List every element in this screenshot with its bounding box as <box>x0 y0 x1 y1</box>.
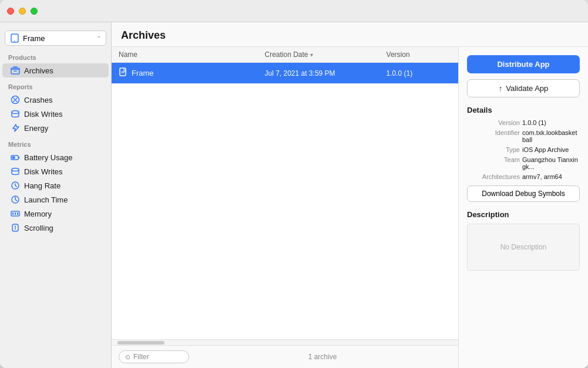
svg-point-1 <box>14 40 15 42</box>
filter-icon: ⊙ <box>125 353 130 361</box>
sidebar-item-label-hang-rate: Hang Rate <box>24 181 61 190</box>
sidebar-item-disk-writes-reports[interactable]: Disk Writes <box>2 107 109 121</box>
sidebar-item-label-crashes: Crashes <box>24 96 52 104</box>
energy-icon <box>11 123 20 133</box>
description-box: No Description <box>467 224 580 271</box>
svg-rect-13 <box>17 212 18 215</box>
sidebar: Frame ⌃ Products Archives <box>0 22 112 368</box>
file-list-header: Name Creation Date ▾ Version <box>112 47 458 63</box>
details-section: Details Version 1.0.0 (1) Identifier com… <box>467 106 580 202</box>
scroll-thumb[interactable] <box>117 341 164 345</box>
sidebar-item-label-energy: Energy <box>24 124 48 133</box>
details-panel: Distribute App ↑ Validate App <box>459 47 588 368</box>
details-row-type: Type iOS App Archive <box>467 146 580 153</box>
device-picker[interactable]: Frame ⌃ <box>5 31 106 46</box>
details-label-type: Type <box>467 146 520 153</box>
file-list-area: Name Creation Date ▾ Version <box>112 47 459 368</box>
filter-input[interactable]: ⊙ Filter <box>119 350 189 363</box>
sidebar-item-label-disk-writes-reports: Disk Writes <box>24 110 62 119</box>
details-row-version: Version 1.0.0 (1) <box>467 119 580 126</box>
hang-rate-icon <box>11 181 20 190</box>
horizontal-scrollbar[interactable] <box>112 339 458 345</box>
col-header-date: Creation Date ▾ <box>264 50 386 59</box>
close-button[interactable] <box>7 8 14 15</box>
details-label-architectures: Architectures <box>467 173 520 180</box>
details-label-version: Version <box>467 119 520 126</box>
launch-time-icon <box>11 195 20 204</box>
svg-point-4 <box>12 111 19 114</box>
download-debug-symbols-button[interactable]: Download Debug Symbols <box>467 185 580 202</box>
sidebar-item-scrolling[interactable]: Scrolling <box>2 221 109 235</box>
sidebar-item-memory[interactable]: Memory <box>2 207 109 221</box>
minimize-button[interactable] <box>19 8 26 15</box>
content-title: Archives <box>121 29 166 41</box>
details-row-identifier: Identifier com.txk.lookbasketball <box>467 129 580 143</box>
sidebar-item-label-memory: Memory <box>24 210 52 218</box>
main-window: Frame ⌃ Products Archives <box>0 0 588 368</box>
sidebar-item-label-launch-time: Launch Time <box>24 195 68 204</box>
content-body: Name Creation Date ▾ Version <box>112 47 588 368</box>
crashes-icon <box>11 95 20 104</box>
distribute-app-button[interactable]: Distribute App <box>467 55 580 73</box>
titlebar <box>0 0 588 22</box>
memory-icon <box>11 209 20 218</box>
file-list: Frame Jul 7, 2021 at 3:59 PM 1.0.0 (1) <box>112 63 458 339</box>
details-value-type: iOS App Archive <box>522 146 580 153</box>
details-label-identifier: Identifier <box>467 129 520 143</box>
sidebar-item-archives[interactable]: Archives <box>2 63 109 77</box>
details-row-team: Team Guangzhou Tianxingk... <box>467 156 580 170</box>
sidebar-section-label-reports: Reports <box>0 82 111 93</box>
details-value-identifier: com.txk.lookbasketball <box>522 129 580 143</box>
sidebar-item-label-archives: Archives <box>24 66 53 75</box>
details-value-team: Guangzhou Tianxingk... <box>522 156 580 170</box>
sidebar-section-products: Products Archives <box>0 53 111 77</box>
details-label-team: Team <box>467 156 520 170</box>
sidebar-section-label-metrics: Metrics <box>0 140 111 150</box>
sort-arrow-icon: ▾ <box>310 52 313 58</box>
sidebar-item-disk-writes-metrics[interactable]: Disk Writes <box>2 164 109 178</box>
sidebar-section-metrics: Metrics Battery Usage <box>0 140 111 235</box>
table-row[interactable]: Frame Jul 7, 2021 at 3:59 PM 1.0.0 (1) <box>112 63 458 84</box>
sidebar-item-hang-rate[interactable]: Hang Rate <box>2 178 109 193</box>
maximize-button[interactable] <box>31 8 38 15</box>
traffic-lights <box>7 8 38 15</box>
col-header-version: Version <box>387 50 451 59</box>
disk-writes-metrics-icon <box>11 167 20 176</box>
device-icon <box>10 33 19 43</box>
file-date-cell: Jul 7, 2021 at 3:59 PM <box>264 69 386 77</box>
svg-rect-12 <box>15 212 16 215</box>
sidebar-item-battery-usage[interactable]: Battery Usage <box>2 150 109 164</box>
svg-rect-11 <box>12 212 14 215</box>
disk-writes-reports-icon <box>11 109 20 119</box>
sidebar-item-crashes[interactable]: Crashes <box>2 93 109 107</box>
description-section: Description No Description <box>467 210 580 271</box>
sidebar-section-reports: Reports Crashes <box>0 82 111 135</box>
details-title: Details <box>467 106 580 114</box>
file-name-cell: Frame <box>119 67 264 79</box>
details-value-version: 1.0.0 (1) <box>522 119 580 126</box>
red-arrow-annotation <box>459 47 462 69</box>
filter-placeholder: Filter <box>133 353 149 361</box>
svg-point-15 <box>15 228 16 229</box>
file-name: Frame <box>132 69 154 77</box>
validate-app-button[interactable]: ↑ Validate App <box>467 79 580 97</box>
svg-rect-6 <box>12 157 15 159</box>
description-placeholder: No Description <box>500 243 547 251</box>
sidebar-item-launch-time[interactable]: Launch Time <box>2 193 109 207</box>
svg-point-7 <box>12 168 19 171</box>
file-list-footer: ⊙ Filter 1 archive <box>112 345 458 368</box>
sidebar-item-label-scrolling: Scrolling <box>24 224 53 232</box>
device-name: Frame <box>23 34 93 43</box>
content-header: Archives <box>112 22 588 47</box>
archives-icon <box>11 66 20 75</box>
col-header-name: Name <box>119 50 264 59</box>
scrolling-icon <box>11 223 20 232</box>
battery-usage-icon <box>11 153 20 162</box>
sidebar-item-energy[interactable]: Energy <box>2 121 109 135</box>
archive-count: 1 archive <box>194 353 451 361</box>
description-title: Description <box>467 210 580 219</box>
details-row-architectures: Architectures armv7, arm64 <box>467 173 580 180</box>
main-content: Frame ⌃ Products Archives <box>0 22 588 368</box>
file-icon <box>119 67 128 79</box>
sidebar-item-label-disk-writes-metrics: Disk Writes <box>24 167 62 176</box>
